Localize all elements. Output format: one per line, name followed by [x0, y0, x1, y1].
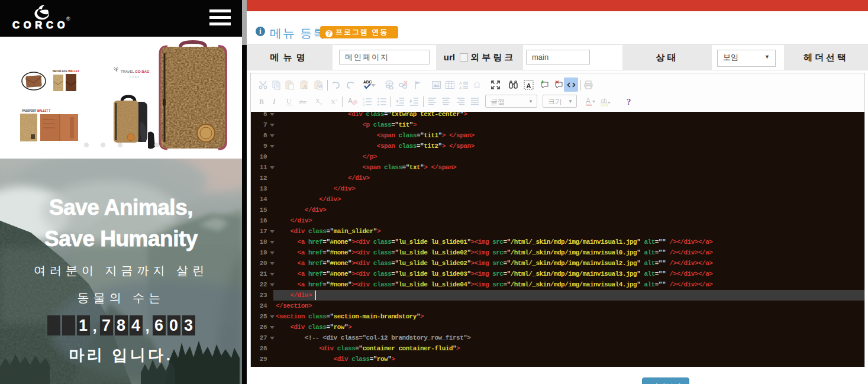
- svg-text:A: A: [586, 97, 591, 105]
- svg-text:W: W: [318, 85, 322, 89]
- svg-text:PASSPORT WALLET 7: PASSPORT WALLET 7: [22, 109, 50, 112]
- svg-text:A: A: [459, 86, 462, 90]
- svg-text:2: 2: [335, 98, 338, 102]
- svg-text:?: ?: [627, 97, 631, 107]
- svg-text:TRAVEL GO BAG: TRAVEL GO BAG: [121, 70, 150, 73]
- svg-text:ab: ab: [601, 98, 608, 104]
- svg-text:I: I: [272, 98, 276, 106]
- svg-text:2: 2: [320, 102, 322, 107]
- svg-text:U: U: [286, 97, 292, 105]
- svg-text:3: 3: [363, 103, 364, 107]
- svg-text:B: B: [259, 98, 264, 106]
- svg-text:NECKLACE WALLET: NECKLACE WALLET: [53, 70, 79, 73]
- svg-text:A: A: [527, 82, 531, 89]
- svg-text:CORK: CORK: [130, 76, 140, 79]
- svg-text:X: X: [315, 97, 320, 104]
- svg-text:A: A: [303, 83, 308, 90]
- svg-text:A: A: [459, 81, 462, 85]
- svg-text:Ω: Ω: [474, 81, 480, 90]
- svg-text:X: X: [331, 98, 335, 105]
